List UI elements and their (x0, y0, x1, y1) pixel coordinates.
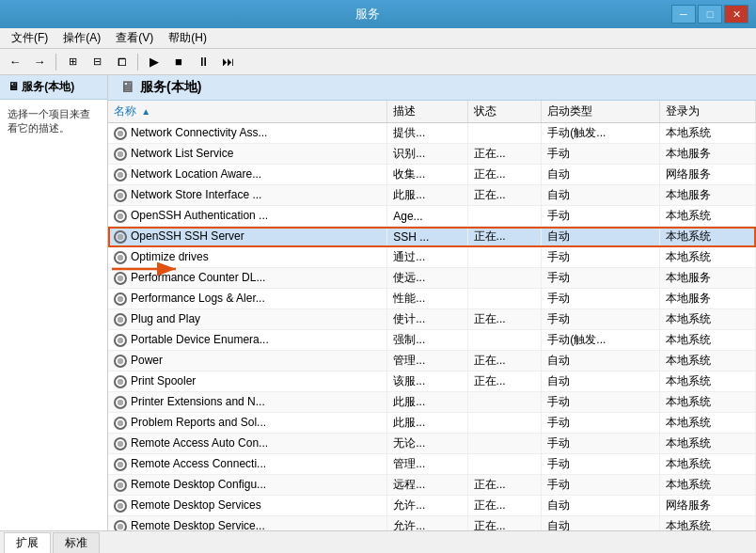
service-logon-cell: 本地系统 (659, 206, 755, 227)
table-row[interactable]: Remote Desktop Configu...远程...正在...手动本地系… (108, 475, 756, 496)
service-status-cell (467, 413, 542, 434)
service-logon-cell: 本地系统 (659, 247, 755, 268)
service-status-cell: 正在... (467, 227, 542, 247)
service-desc-cell: 使计... (387, 309, 467, 330)
service-name-cell: Problem Reports and Sol... (108, 413, 387, 434)
stop-button[interactable]: ■ (167, 52, 190, 72)
sort-arrow: ▲ (141, 106, 150, 117)
service-desc-cell: 管理... (387, 454, 467, 475)
service-status-cell (467, 392, 542, 413)
service-name-cell: OpenSSH SSH Server (108, 227, 387, 247)
service-name-cell: Remote Desktop Services (108, 496, 387, 516)
table-row[interactable]: Printer Extensions and N...此服...手动本地系统 (108, 392, 756, 413)
service-logon-cell: 本地服务 (659, 185, 755, 206)
title-bar: 服务 ─ □ ✕ (0, 0, 756, 28)
table-row[interactable]: Performance Counter DL...使远...手动本地服务 (108, 268, 756, 289)
table-row[interactable]: Plug and Play使计...正在...手动本地系统 (108, 309, 756, 330)
sidebar: 🖥 服务(本地) 选择一个项目来查看它的描述。 (0, 75, 108, 530)
table-row[interactable]: Network Store Interface ...此服...正在...自动本… (108, 185, 756, 206)
service-desc-cell: 强制... (387, 330, 467, 351)
service-desc-cell: 此服... (387, 413, 467, 434)
table-row[interactable]: OpenSSH Authentication ...Age...手动本地系统 (108, 206, 756, 227)
service-desc-cell: 允许... (387, 516, 467, 531)
table-row[interactable]: Network List Service识别...正在...手动本地服务 (108, 144, 756, 165)
service-name-cell: Network List Service (108, 144, 387, 165)
service-name-cell: Remote Access Auto Con... (108, 434, 387, 454)
back-button[interactable]: ← (4, 52, 26, 72)
table-row[interactable]: Remote Desktop Services允许...正在...自动网络服务 (108, 496, 756, 516)
menu-view[interactable]: 查看(V) (108, 28, 161, 48)
services-header-icon: 🖥 (119, 79, 134, 96)
service-startup-cell: 手动 (542, 434, 660, 454)
table-row[interactable]: Problem Reports and Sol...此服...手动本地系统 (108, 413, 756, 434)
service-desc-cell: 此服... (387, 392, 467, 413)
menu-help[interactable]: 帮助(H) (161, 28, 214, 48)
toolbar: ← → ⊞ ⊟ ⧠ ▶ ■ ⏸ ⏭ (0, 49, 756, 75)
tab-expand[interactable]: 扩展 (4, 532, 51, 553)
close-button[interactable]: ✕ (724, 5, 748, 24)
col-desc[interactable]: 描述 (387, 101, 467, 123)
service-status-cell (467, 330, 542, 351)
service-status-cell: 正在... (467, 144, 542, 165)
forward-button[interactable]: → (28, 52, 51, 72)
table-row[interactable]: Portable Device Enumera...强制...手动(触发...本… (108, 330, 756, 351)
table-row[interactable]: Optimize drives通过...手动本地系统 (108, 247, 756, 268)
restore-button[interactable]: □ (698, 5, 722, 24)
table-row[interactable]: Power管理...正在...自动本地系统 (108, 351, 756, 371)
service-startup-cell: 自动 (542, 371, 660, 392)
service-startup-cell: 手动 (542, 144, 660, 165)
service-logon-cell: 本地系统 (659, 227, 755, 247)
table-row[interactable]: Print Spooler该服...正在...自动本地系统 (108, 371, 756, 392)
service-status-cell: 正在... (467, 351, 542, 371)
window-controls[interactable]: ─ □ ✕ (671, 5, 748, 24)
service-desc-cell: 管理... (387, 351, 467, 371)
service-logon-cell: 本地系统 (659, 516, 755, 531)
service-logon-cell: 本地系统 (659, 371, 755, 392)
table-row[interactable]: Network Connectivity Ass...提供...手动(触发...… (108, 123, 756, 144)
col-logon[interactable]: 登录为 (659, 101, 755, 123)
minimize-button[interactable]: ─ (671, 5, 696, 24)
table-row[interactable]: Remote Access Auto Con...无论...手动本地系统 (108, 434, 756, 454)
status-bar: 扩展 标准 (0, 530, 756, 553)
service-status-cell (467, 454, 542, 475)
service-desc-cell: 无论... (387, 434, 467, 454)
col-status[interactable]: 状态 (467, 101, 542, 123)
service-startup-cell: 手动 (542, 289, 660, 309)
toolbar-btn-3[interactable]: ⧠ (110, 52, 133, 72)
toolbar-btn-2[interactable]: ⊟ (86, 52, 108, 72)
service-startup-cell: 手动 (542, 392, 660, 413)
sidebar-description: 选择一个项目来查看它的描述。 (0, 100, 107, 530)
menu-file[interactable]: 文件(F) (4, 28, 55, 48)
service-desc-cell: 此服... (387, 185, 467, 206)
service-startup-cell: 手动 (542, 413, 660, 434)
service-status-cell (467, 123, 542, 144)
service-status-cell (467, 268, 542, 289)
service-logon-cell: 本地系统 (659, 413, 755, 434)
service-logon-cell: 本地系统 (659, 434, 755, 454)
service-status-cell: 正在... (467, 475, 542, 496)
tab-standard[interactable]: 标准 (53, 532, 100, 553)
col-name[interactable]: 名称 ▲ (108, 101, 387, 123)
table-header-row: 名称 ▲ 描述 状态 启动类型 登录为 (108, 101, 756, 123)
service-startup-cell: 手动 (542, 454, 660, 475)
services-table-container[interactable]: 名称 ▲ 描述 状态 启动类型 登录为 Network Connectivity… (108, 101, 756, 530)
table-row[interactable]: Performance Logs & Aler...性能...手动本地服务 (108, 289, 756, 309)
col-startup[interactable]: 启动类型 (542, 101, 660, 123)
menu-action[interactable]: 操作(A) (55, 28, 108, 48)
pause-button[interactable]: ⏸ (192, 52, 214, 72)
table-row[interactable]: OpenSSH SSH ServerSSH ...正在...自动本地系统 (108, 227, 756, 247)
play-button[interactable]: ▶ (143, 52, 165, 72)
toolbar-separator-2 (137, 54, 138, 71)
toolbar-btn-1[interactable]: ⊞ (61, 52, 84, 72)
service-startup-cell: 自动 (542, 351, 660, 371)
service-status-cell: 正在... (467, 165, 542, 185)
table-row[interactable]: Remote Desktop Service...允许...正在...自动本地系… (108, 516, 756, 531)
skip-button[interactable]: ⏭ (216, 52, 239, 72)
service-name-cell: OpenSSH Authentication ... (108, 206, 387, 227)
service-desc-cell: 识别... (387, 144, 467, 165)
table-row[interactable]: Remote Access Connecti...管理...手动本地系统 (108, 454, 756, 475)
service-name-cell: Performance Counter DL... (108, 268, 387, 289)
service-startup-cell: 手动(触发... (542, 330, 660, 351)
service-status-cell: 正在... (467, 496, 542, 516)
table-row[interactable]: Network Location Aware...收集...正在...自动网络服… (108, 165, 756, 185)
